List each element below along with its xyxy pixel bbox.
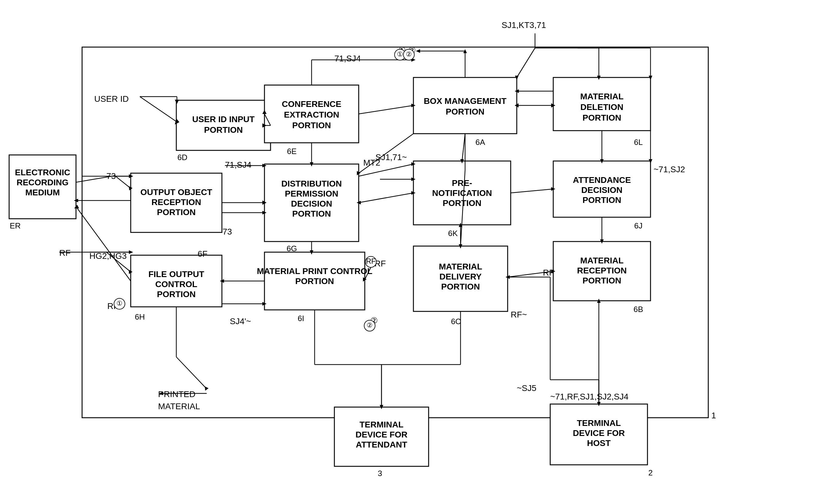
svg-line-1 [140, 97, 176, 121]
file-out-label-2: CONTROL [155, 279, 197, 289]
71-rf-sj-label: ~71,RF,SJ1,SJ2,SJ4 [550, 392, 629, 401]
out-obj-label-1: OUTPUT OBJECT [140, 187, 212, 197]
svg-marker-85 [205, 387, 209, 391]
ref-6l: 6L [634, 138, 643, 147]
diagram-container: SJ1,KT3,71 1 USER ID INPUT PORTION 6D CO… [0, 0, 825, 504]
mat-del-label-1: MATERIAL [580, 92, 624, 101]
svg-line-84 [176, 357, 207, 389]
box-mgmt-label-2: PORTION [446, 107, 484, 116]
ref-6h: 6H [135, 312, 145, 321]
term-att-label-3: ATTENDANT [356, 440, 407, 449]
user-id-input-label-1: USER ID INPUT [192, 114, 254, 124]
elec-rec-label-3: MEDIUM [25, 188, 60, 197]
svg-line-44 [511, 189, 553, 193]
ref-6k: 6K [448, 229, 458, 238]
ref-6i: 6I [298, 314, 304, 323]
ref-1-label: 1 [711, 411, 716, 420]
conf-ext-label-2: EXTRACTION [284, 110, 339, 119]
pre-notif-label-2: NOTIFICATION [432, 188, 492, 198]
dist-label-3: DECISION [291, 199, 332, 208]
71-sj2-label: ~71,SJ2 [654, 165, 685, 174]
file-out-label-3: PORTION [157, 289, 196, 299]
printed-material-label-2: MATERIAL [158, 402, 200, 411]
sj1-kt3-71-label: SJ1,KT3,71 [502, 20, 546, 30]
term-host-label-1: TERMINAL [577, 418, 621, 428]
73-mid-label: 73 [223, 227, 232, 236]
ref-6b: 6B [633, 305, 643, 314]
att-label-3: PORTION [583, 195, 621, 205]
mat-rec-label-2: RECEPTION [577, 266, 626, 275]
rf-delivery-label: RF~ [511, 310, 527, 319]
user-id-ext-label: USER ID [94, 94, 129, 104]
sj4-prime-label: SJ4'~ [230, 317, 251, 326]
box-mgmt-label-1: BOX MANAGEMENT [424, 96, 507, 106]
svg-line-10 [359, 105, 414, 114]
mat-del-label-2b: DELIVERY [440, 272, 482, 281]
ref-6j: 6J [634, 221, 642, 230]
out-obj-label-3: PORTION [157, 207, 196, 217]
ref-2: 2 [649, 468, 653, 477]
out-obj-label-2: RECEPTION [151, 197, 201, 207]
conf-ext-label-3: PORTION [292, 120, 331, 130]
mat-rec-label-1: MATERIAL [580, 256, 624, 265]
dist-label-2: PERMISSION [285, 189, 338, 198]
pre-notif-label-3: PORTION [443, 198, 481, 208]
ref-6a: 6A [475, 138, 485, 147]
svg-line-35 [116, 176, 131, 188]
att-label-1: ATTENDANCE [573, 175, 631, 185]
svg-line-41 [359, 193, 414, 202]
printed-material-label-1: PRINTED [158, 390, 196, 399]
svg-marker-19 [416, 49, 420, 53]
elec-rec-label-2: RECORDING [16, 178, 68, 187]
ref-6d: 6D [177, 153, 187, 162]
sj5-label: ~SJ5 [517, 384, 536, 393]
term-att-label-2: DEVICE FOR [355, 430, 407, 439]
ref-6c: 6C [451, 317, 461, 326]
mat-print-label-2: PORTION [295, 276, 334, 286]
term-host-label-2: DEVICE FOR [573, 428, 625, 438]
circle1-label: ① [397, 51, 403, 58]
user-id-input-label-2: PORTION [204, 125, 243, 135]
elec-rec-label-1: ELECTRONIC [15, 168, 70, 177]
dist-label-1: DISTRIBUTION [281, 179, 342, 188]
circle1-left-label: ① [117, 300, 123, 307]
mat-rec-label-3: PORTION [583, 276, 621, 285]
svg-line-92 [462, 134, 465, 161]
circle2-mid-label: ② [367, 321, 373, 329]
svg-line-20 [517, 48, 535, 77]
mat-del-label-3b: PORTION [441, 282, 480, 291]
dist-label-4: PORTION [292, 209, 331, 219]
hg2-hg3-label: HG2,HG3 [89, 251, 127, 261]
rf-reception-label: RF [543, 268, 554, 277]
conf-ext-label-1: CONFERENCE [282, 99, 342, 109]
pre-notif-label-1: PRE- [452, 178, 472, 188]
mat-del-label-1b: MATERIAL [439, 262, 482, 271]
term-att-label-1: TERMINAL [360, 420, 404, 429]
mat-print-label-1: MATERIAL PRINT CONTROL [257, 266, 372, 276]
term-host-label-3: HOST [587, 438, 611, 448]
6f-label: 6F [198, 249, 208, 259]
mat-del-label-3: PORTION [583, 113, 621, 122]
71-sj4-left-label: 71,SJ4 [225, 160, 251, 170]
circle2-label: ② [406, 51, 412, 58]
71-sj4-label: 71,SJ4 [334, 54, 361, 63]
att-label-2: DECISION [581, 185, 622, 195]
rf-circle-label: RF [366, 257, 376, 265]
ref-3: 3 [378, 469, 382, 478]
file-out-label-1: FILE OUTPUT [148, 269, 204, 279]
rf-left-label: RF [59, 248, 71, 258]
mat-del-label-2: DELETION [580, 102, 623, 112]
svg-line-55 [76, 206, 131, 281]
ref-er: ER [10, 221, 21, 230]
ref-6g: 6G [287, 244, 297, 253]
ref-6e: 6E [287, 147, 297, 156]
